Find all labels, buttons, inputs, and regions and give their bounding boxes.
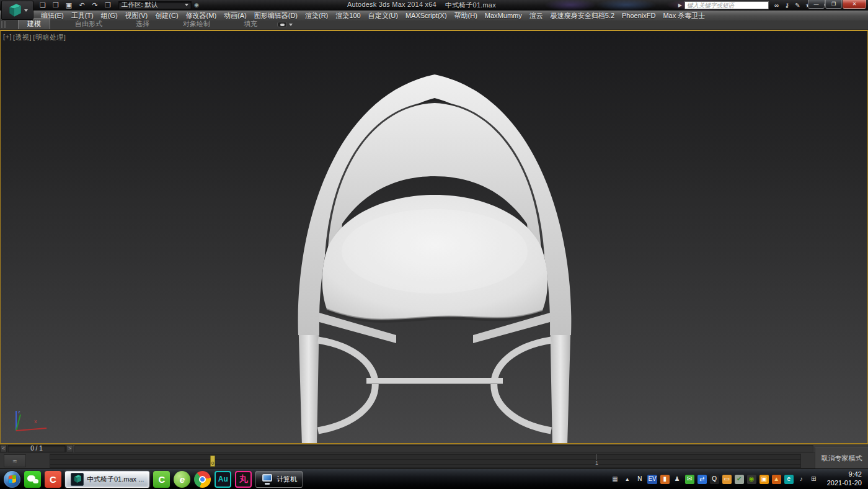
redo-icon[interactable]: ↷	[89, 1, 100, 9]
menu-item[interactable]: MaxMummy	[481, 12, 526, 19]
app-title-text: Autodesk 3ds Max 2014 x64	[347, 1, 436, 10]
computer-task-button[interactable]: 计算机	[255, 471, 303, 488]
title-bar: ❏❒▣↶↷❐ 工作区: 默认 ◉ Autodesk 3ds Max 2014 x…	[0, 0, 868, 11]
computer-task-label: 计算机	[277, 475, 297, 484]
wanzi-taskbar-icon[interactable]: 丸	[235, 471, 252, 488]
network-tray-icon[interactable]: ⊞	[809, 475, 818, 484]
windows-taskbar: C 中式椅子01.max ... C e Au 丸 计算机 ▦▴NEV▮♟✉⇄Q…	[0, 469, 868, 489]
time-slider-row: < 0 / 1 >	[0, 444, 868, 453]
pencil-icon[interactable]: ✎	[792, 1, 803, 9]
undo-icon[interactable]: ↶	[76, 1, 87, 9]
ribbon-tab-modeling[interactable]: 建模	[18, 18, 50, 29]
chair-model[interactable]	[292, 68, 577, 444]
viewport-menu-plus[interactable]: [+]	[3, 33, 12, 42]
show-hidden-icons-arrow[interactable]: ▴	[622, 475, 632, 484]
person-tray-icon[interactable]: ♟	[673, 475, 682, 484]
usb-drive-tray-icon[interactable]: ▮	[660, 475, 670, 484]
camera-tray-icon[interactable]: ▣	[760, 475, 769, 484]
track-bar-row: ≈ 0 1	[0, 453, 868, 469]
axis-x-label: x	[34, 418, 37, 424]
axis-z-label: z	[18, 409, 20, 415]
taskbar-clock[interactable]: 9:42 2021-01-20	[827, 470, 862, 488]
timeline-area: < 0 / 1 > ≈ 0 1 取消专家模式	[0, 444, 868, 469]
menu-item[interactable]: 渲染(R)	[301, 11, 332, 20]
ribbon-toggle-caret-icon	[289, 24, 293, 26]
previous-frame-button[interactable]: <	[0, 445, 7, 452]
track-bar[interactable]: 0 1	[50, 454, 801, 468]
menu-item[interactable]: 帮助(H)	[451, 11, 481, 20]
usb-eject-tray-icon[interactable]: ✔	[735, 475, 744, 484]
3dsmax-window: ❏❒▣↶↷❐ 工作区: 默认 ◉ Autodesk 3ds Max 2014 x…	[0, 0, 868, 489]
time-slider-track[interactable]	[74, 445, 813, 452]
clock-time: 9:42	[827, 470, 862, 479]
ribbon-tab-selection[interactable]: 选择	[127, 19, 158, 29]
minimize-button[interactable]: —	[808, 0, 825, 9]
ribbon-tab-row: 建模自由形式选择对象绘制填充	[0, 20, 868, 30]
menu-item[interactable]: 渲云	[526, 11, 547, 20]
project-folder-icon[interactable]: ❐	[102, 1, 113, 9]
menu-item[interactable]: 自定义(U)	[365, 11, 402, 20]
ribbon-tab-populate[interactable]: 填充	[235, 19, 266, 29]
close-button[interactable]: ✕	[843, 0, 866, 9]
search-input[interactable]	[684, 1, 769, 9]
menu-item[interactable]: Max 杀毒卫士	[659, 11, 709, 20]
3dsmax-logo-icon	[7, 2, 23, 19]
pin-icon[interactable]: ◉	[194, 2, 199, 8]
app-menu-caret-icon	[24, 9, 28, 12]
search-flyout-arrow-icon[interactable]: ▶	[678, 2, 682, 8]
wechat-tray-icon[interactable]: ✉	[685, 475, 694, 484]
menu-item[interactable]: 极速瘦身安全归档5.2	[547, 11, 618, 20]
restore-button[interactable]: ❐	[825, 0, 842, 9]
viewport-menu-shading[interactable]: [明暗处理]	[33, 33, 66, 42]
window-title: Autodesk 3ds Max 2014 x64 中式椅子01.max	[347, 1, 496, 10]
time-marker[interactable]: 0	[210, 455, 215, 467]
menu-item[interactable]: 渲染100	[332, 11, 364, 20]
menu-item[interactable]: MAXScript(X)	[402, 12, 451, 19]
nvidia-tray-icon[interactable]: ◉	[747, 475, 756, 484]
3dsmax-task-button[interactable]: 中式椅子01.max ...	[65, 471, 149, 488]
ribbon-tab-freeform[interactable]: 自由形式	[66, 19, 111, 29]
browser-360-taskbar-icon[interactable]: e	[174, 471, 190, 488]
screenshot-n-tray-icon[interactable]: N	[635, 475, 644, 484]
folder-tray-icon[interactable]: ▭	[722, 475, 732, 484]
file-title-text: 中式椅子01.max	[445, 1, 496, 10]
new-file-icon[interactable]: ❏	[37, 1, 48, 9]
open-file-icon[interactable]: ❒	[50, 1, 61, 9]
ribbon-grip-handle[interactable]	[1, 21, 6, 28]
windows-flag-icon	[9, 475, 16, 483]
workspace-dropdown[interactable]: 工作区: 默认	[118, 1, 192, 9]
camtasia-red-taskbar-icon[interactable]: C	[45, 471, 61, 488]
volume-tray-icon[interactable]: ♪	[797, 475, 806, 484]
3dsmax-task-icon	[71, 473, 84, 486]
ev-capture-tray-icon[interactable]: EV	[647, 475, 657, 484]
cancel-expert-mode-button[interactable]: 取消专家模式	[815, 447, 868, 469]
application-menu-button[interactable]	[1, 1, 33, 20]
key-icon[interactable]: ⚷	[782, 1, 792, 9]
save-icon[interactable]: ▣	[63, 1, 74, 9]
computer-icon	[261, 473, 273, 485]
ribbon-tab-object-paint[interactable]: 对象绘制	[174, 19, 219, 29]
search-binoculars-icon[interactable]: ∞	[771, 1, 782, 9]
sync-tray-icon[interactable]: ⇄	[698, 475, 707, 484]
chrome-taskbar-icon[interactable]	[194, 471, 211, 488]
keyboard-tray-icon[interactable]: ▦	[610, 475, 619, 484]
frame-end-tick: 1	[595, 454, 598, 469]
clock-date: 2021-01-20	[827, 479, 862, 488]
ribbon-minimize-button[interactable]	[277, 22, 293, 27]
flame-tray-icon[interactable]: ▲	[772, 475, 781, 484]
system-tray: ▦▴NEV▮♟✉⇄Q▭✔◉▣▲e♪⊞	[610, 475, 818, 484]
e-circle-tray-icon[interactable]: e	[784, 475, 794, 484]
perspective-viewport[interactable]: [+] [透视] [明暗处理]	[0, 30, 868, 444]
3dsmax-task-label: 中式椅子01.max ...	[87, 475, 144, 484]
qq-tray-icon[interactable]: Q	[710, 475, 719, 484]
wechat-taskbar-icon[interactable]	[24, 471, 41, 488]
menu-item[interactable]: PhoenixFD	[618, 12, 659, 19]
next-frame-button[interactable]: >	[66, 445, 73, 452]
start-button[interactable]	[4, 471, 20, 488]
mini-curve-editor-button[interactable]: ≈	[4, 454, 26, 467]
time-slider-handle[interactable]: 0 / 1	[7, 445, 66, 452]
world-axis-tripod: x z	[11, 408, 54, 434]
audition-taskbar-icon[interactable]: Au	[215, 471, 231, 488]
viewport-menu-view[interactable]: [透视]	[13, 33, 32, 42]
camtasia-green-taskbar-icon[interactable]: C	[153, 471, 170, 488]
